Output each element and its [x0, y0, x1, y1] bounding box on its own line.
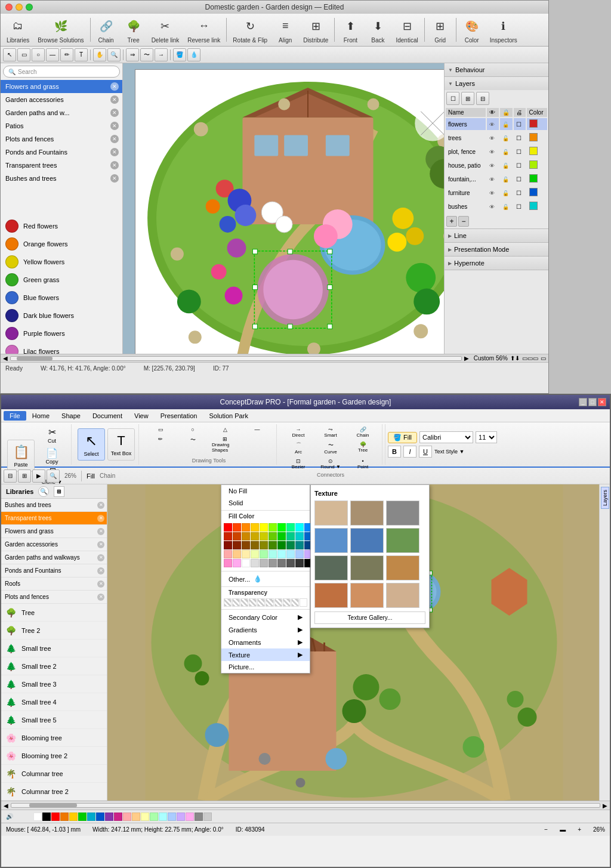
menu-home[interactable]: Home	[26, 411, 55, 421]
layer-add-btn[interactable]: +	[446, 216, 457, 227]
cat-close-transparent[interactable]: ✕	[110, 161, 119, 169]
color-cell[interactable]	[295, 532, 304, 540]
close-btn[interactable]	[5, 4, 13, 11]
color-cell[interactable]	[286, 559, 295, 567]
trans-cell-8[interactable]	[283, 598, 291, 607]
eyedrop-tool[interactable]: 💧	[187, 48, 200, 61]
cat-close-accessories[interactable]: ✕	[110, 95, 119, 104]
hscroll-bar[interactable]	[10, 356, 462, 361]
color-cell[interactable]	[260, 559, 268, 567]
trans-cell-2[interactable]	[232, 598, 240, 607]
lib-shape-small-tree3[interactable]: 🌲 Small tree 3	[1, 675, 107, 693]
lib-shape-blooming-tree[interactable]: 🌸 Blooming tree	[1, 729, 107, 747]
lib-shape-small-tree2[interactable]: 🌲 Small tree 2	[1, 657, 107, 675]
fill-solid[interactable]: Solid	[221, 497, 310, 509]
tri-btn[interactable]: △	[209, 425, 240, 434]
color-cell[interactable]	[242, 541, 250, 549]
toolbar-front[interactable]: ⬆ Front	[337, 15, 363, 45]
fill-ornaments[interactable]: Ornaments ▶	[221, 636, 310, 648]
shape-purple-flowers[interactable]: Purple flowers	[1, 325, 122, 342]
toolbar-browse-solutions[interactable]: 🌿 Browse Solutions	[34, 15, 87, 45]
select-button[interactable]: ↖ Select	[78, 428, 105, 461]
round-btn[interactable]: ⊙Round ▼	[315, 457, 346, 471]
color-cell[interactable]	[260, 550, 268, 558]
menu-shape[interactable]: Shape	[55, 411, 87, 421]
fill-tool[interactable]: 🪣	[173, 48, 186, 61]
hand-tool[interactable]: ✋	[93, 48, 106, 61]
hypernote-header[interactable]: ▶ Hypernote	[445, 257, 548, 270]
bottom-hscroll-thumb[interactable]	[29, 804, 77, 807]
fmt-tool-3[interactable]: ▶	[32, 469, 45, 483]
zoom-tool[interactable]: 🔍	[107, 48, 121, 61]
texture-cell-stone1[interactable]	[314, 501, 348, 526]
cat-close-plots[interactable]: ✕	[110, 135, 119, 143]
texture-cell-metal1[interactable]	[314, 555, 348, 580]
strip-cell[interactable]	[141, 813, 149, 821]
size-selector[interactable]: 11	[476, 431, 497, 443]
cut-button[interactable]: ✂ Cut	[36, 425, 67, 445]
toolbar-align[interactable]: ≡ Align	[272, 15, 298, 45]
lib-cat-garden-accessories[interactable]: Garden accessories ✕	[1, 538, 107, 551]
cat-close-bushes[interactable]: ✕	[110, 174, 119, 183]
trans-cell-6[interactable]	[266, 598, 273, 607]
behaviour-header[interactable]: ▼ Behaviour	[445, 63, 548, 76]
lib-shape-tree2[interactable]: 🌳 Tree 2	[1, 622, 107, 640]
texture-cell-stone2[interactable]	[350, 501, 384, 526]
layers-tab[interactable]: Layers	[601, 487, 609, 509]
bezier-btn[interactable]: ⊡Bezier	[283, 457, 314, 471]
color-cell[interactable]	[242, 550, 250, 558]
cat-flowers-grass[interactable]: Flowers and grass ✕	[1, 80, 122, 93]
menu-solution-park[interactable]: Solution Park	[203, 411, 254, 421]
layer-row-furniture[interactable]: furniture 👁 🔓 ☐	[446, 187, 547, 199]
lib-cat-close-roofs[interactable]: ✕	[97, 580, 104, 588]
color-cell[interactable]	[242, 532, 250, 540]
strip-cell[interactable]	[150, 813, 158, 821]
shape-dark-blue-flowers[interactable]: Dark blue flowers	[1, 307, 122, 325]
fmt-tool-4[interactable]: 🔍	[47, 469, 60, 483]
rect-btn[interactable]: ▭	[145, 425, 176, 434]
shapes-btn[interactable]: ⊞Drawing Shapes	[209, 435, 240, 454]
texture-cell-brick1[interactable]	[314, 583, 348, 608]
strip-cell[interactable]	[186, 813, 194, 821]
fmt-tool-2[interactable]: ⊞	[18, 469, 31, 483]
toolbar-libraries[interactable]: 🗂 Libraries	[3, 15, 33, 45]
color-cell[interactable]	[251, 541, 259, 549]
layer-row-plot-fence[interactable]: plot, fence 👁 🔓 ☐	[446, 146, 547, 158]
color-cell[interactable]	[260, 532, 268, 540]
color-cell[interactable]	[233, 559, 241, 567]
pencil-tool[interactable]: ✏	[60, 48, 73, 61]
color-cell[interactable]	[251, 550, 259, 558]
texture-cell-sand1[interactable]	[350, 583, 384, 608]
toolbar-identical[interactable]: ⊟ Identical	[392, 15, 421, 45]
zoom-plus[interactable]: +	[578, 826, 581, 833]
strip-cell[interactable]	[132, 813, 140, 821]
lib-cat-close-bushes[interactable]: ✕	[97, 502, 104, 509]
texture-cell-grass1[interactable]	[386, 528, 419, 553]
toolbar-chain[interactable]: 🔗 Chain	[93, 15, 119, 45]
texture-cell-wood2[interactable]	[386, 555, 419, 580]
color-cell[interactable]	[286, 523, 295, 532]
libs-grid-view-btn[interactable]: ⊞	[54, 486, 64, 497]
color-cell[interactable]	[224, 541, 232, 549]
color-cell[interactable]	[295, 523, 304, 532]
color-cell[interactable]	[269, 541, 277, 549]
point-btn[interactable]: •Point	[347, 457, 378, 471]
underline-button[interactable]: U	[419, 446, 432, 458]
color-cell[interactable]	[224, 523, 232, 532]
strip-cell[interactable]	[195, 813, 203, 821]
bwc-close[interactable]: ✕	[598, 398, 606, 406]
lib-shape-small-tree4[interactable]: 🌲 Small tree 4	[1, 693, 107, 711]
shape-lilac-flowers[interactable]: Lilac flowers	[1, 342, 122, 354]
strip-cell[interactable]	[123, 813, 131, 821]
color-cell[interactable]	[269, 523, 277, 532]
fill-texture[interactable]: Texture ▶	[221, 648, 310, 661]
trans-cell-7[interactable]	[274, 598, 282, 607]
cat-transparent[interactable]: Transparent trees ✕	[1, 159, 122, 172]
connect-tool[interactable]: ⇒	[126, 48, 139, 61]
circle-tool[interactable]: ○	[32, 48, 45, 61]
bold-button[interactable]: B	[388, 446, 401, 458]
color-cell[interactable]	[224, 559, 232, 567]
lib-cat-close-transparent[interactable]: ✕	[97, 515, 104, 522]
chain-ribbon-btn[interactable]: 🔗Chain	[347, 425, 378, 439]
layer-remove-btn[interactable]: −	[458, 216, 469, 227]
